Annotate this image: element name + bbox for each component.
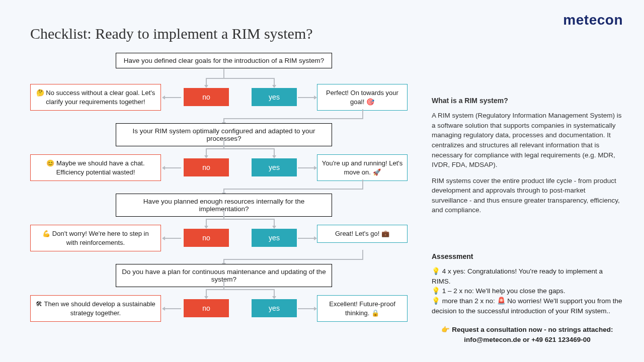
yes-result-box: You're up and running! Let's move on. 🚀: [317, 154, 408, 181]
no-button[interactable]: no: [184, 299, 229, 317]
question-box: Have you defined clear goals for the int…: [116, 53, 332, 68]
cta-contact: info@metecon.de or +49 621 123469-00: [432, 335, 623, 345]
assessment-line: 💡 1 – 2 x no: We'll help you close the g…: [432, 286, 623, 296]
cta-line: 👉 Request a consultation now - no string…: [432, 325, 623, 335]
no-button[interactable]: no: [184, 229, 229, 247]
question-row: Do you have a plan for continuous mainte…: [30, 264, 413, 334]
yes-result-box: Great! Let's go! 💼: [317, 225, 408, 243]
no-result-box: 😊 Maybe we should have a chat. Efficienc…: [30, 154, 161, 181]
page-title: Checklist: Ready to implement a RIM syst…: [30, 25, 313, 42]
yes-button[interactable]: yes: [252, 229, 297, 247]
brand-logo: metecon: [563, 12, 623, 28]
no-result-box: 🛠 Then we should develop a sustainable s…: [30, 295, 161, 322]
no-result-box: 💪 Don't worry! We're here to step in wit…: [30, 225, 161, 251]
assessment-line: 💡 4 x yes: Congratulations! You're ready…: [432, 266, 623, 286]
yes-result-box: Excellent! Future-proof thinking. 🔒: [317, 295, 408, 322]
info-paragraph: A RIM system (Regulatory Information Man…: [432, 111, 623, 169]
question-row: Is your RIM system optimally configured …: [30, 123, 413, 194]
assessment-panel: Assessment 💡 4 x yes: Congratulations! Y…: [432, 251, 623, 344]
question-row: Have you planned enough resources intern…: [30, 194, 413, 264]
no-result-box: 🤔 No success without a clear goal. Let's…: [30, 84, 161, 111]
no-button[interactable]: no: [184, 158, 229, 176]
yes-result-box: Perfect! On towards your goal! 🎯: [317, 84, 408, 111]
info-heading: What is a RIM system?: [432, 96, 623, 106]
assessment-heading: Assessment: [432, 251, 623, 261]
no-button[interactable]: no: [184, 88, 229, 106]
assessment-line: 💡 more than 2 x no: 🚨 No worries! We'll …: [432, 296, 623, 316]
yes-button[interactable]: yes: [252, 88, 297, 106]
info-paragraph: RIM systems cover the entire product lif…: [432, 176, 623, 215]
flowchart: Have you defined clear goals for the int…: [30, 53, 413, 334]
question-row: Have you defined clear goals for the int…: [30, 53, 413, 123]
yes-button[interactable]: yes: [252, 158, 297, 176]
yes-button[interactable]: yes: [252, 299, 297, 317]
info-panel: What is a RIM system? A RIM system (Regu…: [432, 96, 623, 221]
